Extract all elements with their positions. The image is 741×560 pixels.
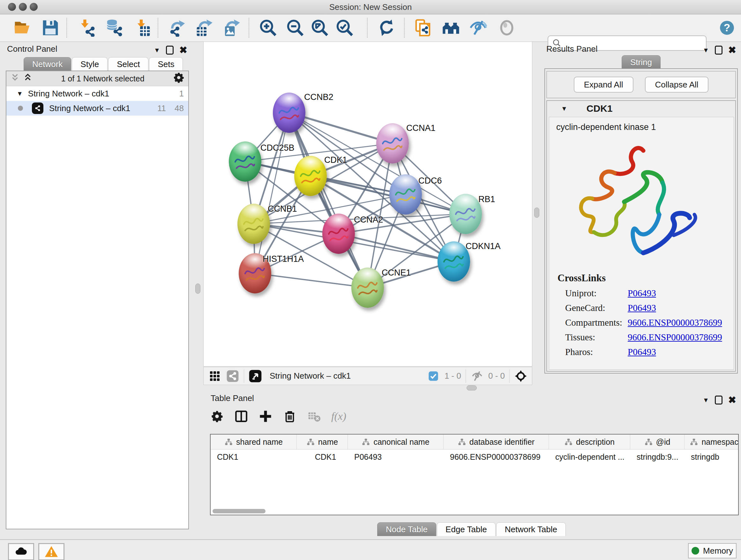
show-columns-icon[interactable] bbox=[234, 409, 248, 423]
table-cell: P06493 bbox=[348, 449, 444, 464]
refresh-layout-button[interactable] bbox=[378, 19, 396, 37]
column-header-name[interactable]: name bbox=[297, 435, 348, 449]
cloud-button[interactable] bbox=[8, 543, 34, 560]
zoom-fit-button[interactable] bbox=[311, 19, 329, 37]
tab-network[interactable]: Network bbox=[23, 57, 71, 71]
delete-table-icon[interactable] bbox=[307, 409, 321, 423]
network-canvas[interactable]: CCNB2CCNA1CDC25BCDK1CDC6RB1CCNB1CCNA2CDK… bbox=[203, 42, 532, 367]
panel-collapse-icon[interactable]: ▼ bbox=[154, 47, 160, 54]
collapse-all-button[interactable]: Collapse All bbox=[645, 77, 709, 92]
help-icon[interactable]: ? bbox=[719, 20, 735, 36]
tab-node-table[interactable]: Node Table bbox=[377, 522, 436, 536]
selected-node-edge-counts: 1 - 0 bbox=[445, 371, 461, 381]
network-node-RB1[interactable] bbox=[449, 194, 482, 234]
gene-section-header[interactable]: ▼ CDK1 bbox=[547, 101, 735, 116]
tab-style[interactable]: Style bbox=[72, 57, 108, 71]
section-expander-icon[interactable]: ▼ bbox=[561, 105, 567, 112]
panel-collapse-icon[interactable]: ▼ bbox=[703, 47, 709, 54]
table-cell: 9606.ENSP00000378699 bbox=[444, 449, 549, 464]
tab-string[interactable]: String bbox=[622, 55, 661, 69]
node-label-CCNE1: CCNE1 bbox=[382, 268, 411, 278]
import-network-file-button[interactable] bbox=[78, 19, 96, 37]
crosslink-link[interactable]: P06493 bbox=[628, 303, 656, 313]
hidden-node-edge-counts: 0 - 0 bbox=[488, 371, 505, 381]
results-panel-tabs: String bbox=[622, 55, 661, 69]
column-header-namespace[interactable]: namespace bbox=[684, 435, 739, 449]
zoom-in-button[interactable] bbox=[259, 19, 277, 37]
network-node-CCNE1[interactable] bbox=[351, 267, 384, 308]
network-node-CDC25B[interactable] bbox=[229, 141, 261, 182]
tree-expander-icon[interactable]: ▼ bbox=[17, 90, 23, 98]
network-node-CCNA1[interactable] bbox=[376, 123, 409, 164]
fit-crosshair-icon[interactable] bbox=[514, 369, 528, 383]
tab-network-table[interactable]: Network Table bbox=[496, 522, 566, 536]
node-label-CDC25B: CDC25B bbox=[260, 143, 294, 153]
birds-eye-view-icon[interactable] bbox=[249, 369, 262, 383]
network-node-CDKN1A[interactable] bbox=[437, 241, 470, 282]
crosslink-link[interactable]: 9606.ENSP00000378699 bbox=[628, 332, 722, 343]
column-header--id[interactable]: @id bbox=[630, 435, 684, 449]
import-network-database-button[interactable] bbox=[105, 19, 123, 37]
crosslink-link[interactable]: P06493 bbox=[628, 347, 656, 357]
panel-close-icon[interactable]: ✖ bbox=[728, 45, 736, 55]
show-eye-button[interactable] bbox=[498, 19, 516, 37]
add-column-icon[interactable] bbox=[259, 409, 273, 423]
crosslink-label: Uniprot: bbox=[565, 288, 628, 299]
crosslink-link[interactable]: P06493 bbox=[628, 288, 656, 299]
node-label-CCNA2: CCNA2 bbox=[354, 215, 383, 225]
delete-column-trash-icon[interactable] bbox=[283, 409, 297, 423]
open-session-button[interactable] bbox=[13, 19, 31, 37]
network-node-CCNA2[interactable] bbox=[322, 213, 355, 254]
gear-icon[interactable] bbox=[173, 72, 185, 85]
export-image-button[interactable] bbox=[223, 19, 241, 37]
table-row[interactable]: CDK1CDK1P064939606.ENSP00000378699cyclin… bbox=[211, 449, 738, 464]
clone-network-button[interactable] bbox=[414, 19, 432, 37]
network-node-CDC6[interactable] bbox=[389, 174, 422, 214]
tab-select[interactable]: Select bbox=[108, 57, 148, 71]
memory-button[interactable]: Memory bbox=[688, 543, 737, 558]
grid-view-icon[interactable] bbox=[208, 369, 221, 383]
network-node-CCNB2[interactable] bbox=[273, 92, 306, 133]
node-label-CCNA1: CCNA1 bbox=[406, 123, 435, 133]
column-header-database-identifier[interactable]: database identifier bbox=[444, 435, 549, 449]
application-window: Session: New Session bbox=[0, 0, 741, 560]
first-neighbors-button[interactable] bbox=[442, 19, 460, 37]
horizontal-splitter-handle[interactable] bbox=[467, 385, 477, 390]
panel-float-icon[interactable] bbox=[715, 46, 723, 55]
collapse-all-chevron-icon[interactable] bbox=[23, 73, 32, 84]
function-builder-icon[interactable]: f(x) bbox=[331, 410, 346, 422]
panel-float-icon[interactable] bbox=[166, 46, 174, 55]
expand-all-button[interactable]: Expand All bbox=[574, 77, 633, 92]
table-gear-icon[interactable] bbox=[210, 409, 224, 423]
crosslink-link[interactable]: 9606.ENSP00000378699 bbox=[628, 317, 722, 328]
string-network-icon bbox=[32, 103, 44, 114]
hide-unhide-button[interactable] bbox=[469, 19, 487, 37]
column-header-canonical-name[interactable]: canonical name bbox=[348, 435, 444, 449]
network-row[interactable]: String Network – cdk1 11 48 bbox=[6, 101, 188, 116]
tab-sets[interactable]: Sets bbox=[149, 57, 183, 71]
panel-collapse-icon[interactable]: ▼ bbox=[703, 396, 709, 404]
network-node-CCNB1[interactable] bbox=[238, 204, 270, 244]
network-collection-row[interactable]: ▼ String Network – cdk1 1 bbox=[6, 86, 188, 101]
export-table-button[interactable] bbox=[195, 19, 213, 37]
panel-float-icon[interactable] bbox=[715, 395, 723, 405]
warning-button[interactable] bbox=[38, 543, 64, 560]
vertical-splitter-handle[interactable] bbox=[534, 207, 539, 218]
selected-checkbox-icon[interactable] bbox=[427, 369, 440, 383]
expand-all-chevron-icon[interactable] bbox=[10, 73, 20, 84]
tab-edge-table[interactable]: Edge Table bbox=[437, 522, 495, 536]
panel-close-icon[interactable]: ✖ bbox=[728, 395, 736, 405]
column-header-shared-name[interactable]: shared name bbox=[211, 435, 297, 449]
zoom-out-button[interactable] bbox=[286, 19, 304, 37]
vertical-splitter-handle[interactable] bbox=[195, 284, 200, 294]
import-table-button[interactable] bbox=[133, 19, 151, 37]
network-node-CDK1[interactable] bbox=[294, 156, 327, 196]
save-session-button[interactable] bbox=[42, 19, 59, 37]
column-header-description[interactable]: description bbox=[549, 435, 630, 449]
hidden-eye-slash-icon[interactable] bbox=[470, 369, 484, 383]
panel-close-icon[interactable]: ✖ bbox=[179, 45, 187, 55]
zoom-selected-button[interactable] bbox=[336, 19, 354, 37]
table-horizontal-scrollbar[interactable] bbox=[212, 509, 266, 513]
network-share-icon[interactable] bbox=[226, 369, 239, 383]
export-network-button[interactable] bbox=[169, 19, 186, 37]
